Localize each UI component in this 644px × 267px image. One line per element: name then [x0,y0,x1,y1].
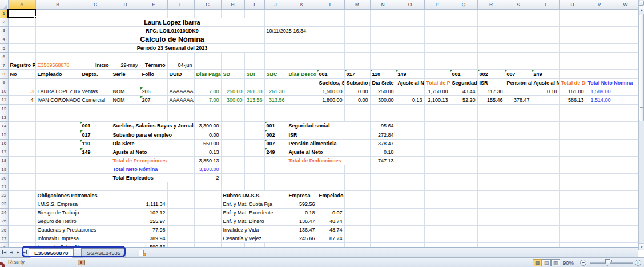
row-header-16[interactable]: 16 [0,139,8,148]
cell-R12[interactable] [477,105,505,113]
cell-W18[interactable] [613,156,638,165]
cell-C19[interactable] [80,165,111,174]
cell-D9[interactable] [111,78,140,87]
cell-L10[interactable]: 1,500.00 [317,87,344,95]
cell-U28[interactable] [559,243,586,247]
cell-R3[interactable] [477,26,505,35]
cell-J4[interactable] [264,35,287,43]
cell-N5[interactable] [370,44,396,53]
cell-P6[interactable] [424,53,450,61]
cell-B11[interactable]: IVAN CORONADO [35,95,80,104]
cell-U15[interactable] [559,130,586,139]
column-header-L[interactable]: L [317,0,344,9]
cell-B24[interactable]: Riesgo de Trabajo [35,208,140,217]
cell-O1[interactable] [396,9,424,18]
cell-T26[interactable] [532,226,559,234]
row-header-26[interactable]: 26 [0,226,8,234]
cell-Q26[interactable] [450,226,477,234]
cell-W11[interactable] [613,95,638,104]
cell-D13[interactable] [111,113,140,122]
cell-S2[interactable] [505,18,532,26]
cell-V11[interactable]: 1,514.00 [586,95,613,104]
cell-V8[interactable] [586,70,613,78]
cell-G25[interactable] [194,217,221,225]
cell-B26[interactable]: Guaderias y Prestaciones [35,226,140,234]
cell-B8[interactable]: Empleado [35,70,80,78]
cell-M19[interactable] [344,165,370,174]
column-header-D[interactable]: D [111,0,140,9]
cell-U11[interactable]: 586.13 [559,95,586,104]
cell-F26[interactable] [167,226,194,234]
cell-B17[interactable] [35,148,80,156]
cell-S4[interactable] [505,35,532,43]
cell-G8[interactable]: Dias Pagad [194,70,221,78]
cell-K5[interactable] [287,44,317,53]
column-header-M[interactable]: M [344,0,370,9]
cell-G9[interactable] [194,78,221,87]
cell-S28[interactable] [505,243,532,247]
cell-R26[interactable] [477,226,505,234]
cell-T24[interactable] [532,208,559,217]
cell-V5[interactable] [586,44,613,53]
cell-H24[interactable]: Enf. y Mat. Excedente [221,208,287,217]
cell-M12[interactable] [344,105,370,113]
cell-K26[interactable]: 136.47 [287,226,317,234]
cell-G7[interactable] [194,61,221,70]
cell-E13[interactable] [140,113,167,122]
cell-V6[interactable] [586,53,613,61]
cell-F9[interactable] [167,78,194,87]
cell-S16[interactable] [505,139,532,148]
cell-R6[interactable] [477,53,505,61]
cell-U25[interactable] [559,217,586,225]
cell-C10[interactable]: Ventas [80,87,111,95]
cell-W27[interactable] [613,234,638,243]
cell-U7[interactable] [559,61,586,70]
cell-Q8[interactable]: 001 [450,70,477,78]
cell-J9[interactable] [264,78,287,87]
cell-E12[interactable] [140,105,167,113]
cell-I28[interactable] [244,243,264,247]
cell-T20[interactable] [532,174,559,182]
cell-S17[interactable] [505,148,532,156]
row-header-9[interactable]: 9 [0,78,8,87]
cell-Q7[interactable] [450,61,477,70]
cell-S7[interactable] [505,61,532,70]
cell-V28[interactable] [586,243,613,247]
cell-W17[interactable] [613,148,638,156]
cell-D18[interactable]: Total de Percepciones [111,156,194,165]
cell-V1[interactable] [586,9,613,18]
cell-V4[interactable] [586,35,613,43]
cell-Q28[interactable] [450,243,477,247]
cell-M4[interactable] [344,35,370,43]
cell-J2[interactable] [264,18,287,26]
cell-H9[interactable] [221,78,244,87]
cell-H20[interactable] [221,174,244,182]
cell-G21[interactable] [194,182,221,191]
cell-A11[interactable]: 4 [8,95,35,104]
cell-A21[interactable] [8,182,35,191]
cell-C18[interactable] [80,156,111,165]
cell-O16[interactable] [396,139,424,148]
cell-M10[interactable]: 0.00 [344,87,370,95]
cell-K17[interactable]: Ajuste al Neto [287,148,370,156]
cell-T11[interactable] [532,95,559,104]
cell-V14[interactable] [586,122,613,130]
cell-C7[interactable]: Inicio [80,61,111,70]
cell-T12[interactable] [532,105,559,113]
cell-G22[interactable] [194,191,221,200]
cell-H18[interactable] [221,156,244,165]
cell-O11[interactable]: 0.13 [396,95,424,104]
cell-F22[interactable] [167,191,194,200]
cell-F24[interactable] [167,208,194,217]
cell-N7[interactable] [370,61,396,70]
cell-U13[interactable] [559,113,586,122]
cell-N20[interactable] [370,174,396,182]
cell-R23[interactable] [477,200,505,208]
column-header-U[interactable]: U [559,0,586,9]
cell-L6[interactable] [317,53,344,61]
cell-S23[interactable] [505,200,532,208]
row-header-7[interactable]: 7 [0,61,8,70]
cell-D20[interactable]: Total Empleados [111,174,194,182]
cell-T6[interactable] [532,53,559,61]
cell-I15[interactable] [244,130,264,139]
